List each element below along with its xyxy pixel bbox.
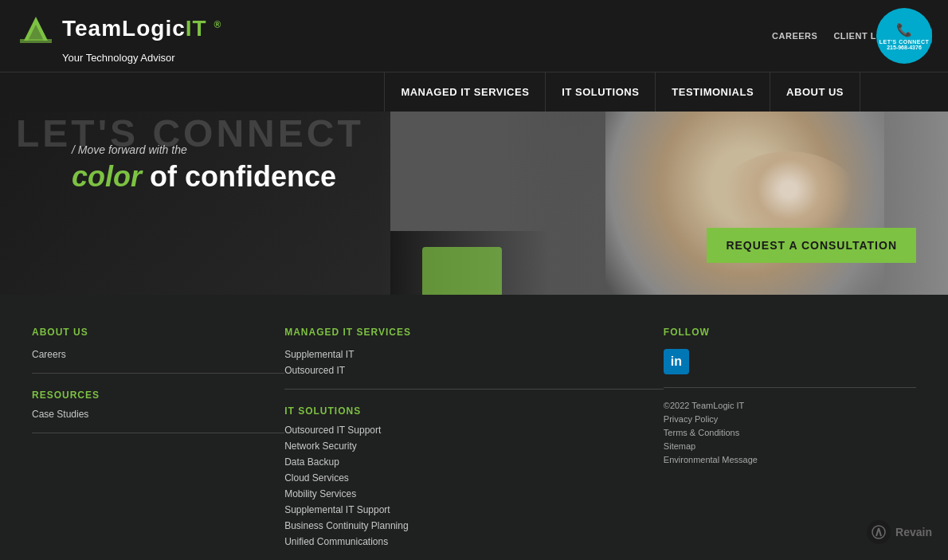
footer-col-services: MANAGED IT SERVICES Supplemental IT Outs… [284, 327, 664, 560]
footer-network-security-link[interactable]: Network Security [284, 441, 664, 452]
footer-unified-communications-link[interactable]: Unified Communications [284, 536, 664, 547]
revain-text: Revain [895, 526, 932, 538]
footer-col-about: ABOUT US Careers RESOURCES Case Studies [32, 327, 284, 560]
footer-divider-3 [284, 389, 664, 390]
nav-item-it-solutions[interactable]: IT SOLUTIONS [546, 72, 656, 112]
connect-phone-number: 215-968-4376 [887, 45, 922, 50]
footer-follow-heading: FOLLOW [664, 327, 916, 338]
nav-item-testimonials[interactable]: TESTIMONIALS [656, 72, 770, 112]
revain-icon [867, 520, 891, 544]
footer-cloud-services-link[interactable]: Cloud Services [284, 472, 664, 484]
footer-copyright: ©2022 TeamLogic IT [664, 401, 916, 410]
logo-area: TeamLogicIT ® Your Technology Advisor [16, 9, 221, 64]
main-nav: MANAGED IT SERVICES IT SOLUTIONS TESTIMO… [0, 72, 948, 112]
hero-section: LET'S CONNECT / Move forward with the co… [0, 112, 948, 295]
nav-item-managed-it[interactable]: MANAGED IT SERVICES [384, 72, 546, 112]
footer-environmental-link[interactable]: Environmental Message [664, 455, 916, 464]
svg-rect-2 [20, 39, 52, 43]
footer-outsourced-it-support-link[interactable]: Outsourced IT Support [284, 425, 664, 436]
footer-divider-2 [32, 433, 284, 433]
footer-supplemental-it-link[interactable]: Supplemental IT [284, 349, 664, 360]
logo-it: IT [186, 16, 207, 41]
hero-image-area [390, 112, 948, 295]
footer-careers-link[interactable]: Careers [32, 349, 284, 360]
hero-content: LET'S CONNECT / Move forward with the co… [72, 143, 336, 193]
footer-outsourced-it-link[interactable]: Outsourced IT [284, 365, 664, 376]
footer-managed-it-heading: MANAGED IT SERVICES [284, 327, 664, 338]
nav-items: MANAGED IT SERVICES IT SOLUTIONS TESTIMO… [384, 72, 860, 112]
footer-divider-right [664, 387, 916, 388]
footer-mobility-services-link[interactable]: Mobility Services [284, 488, 664, 499]
footer: ABOUT US Careers RESOURCES Case Studies … [0, 295, 948, 560]
phone-icon: 📞 [896, 22, 912, 37]
footer-supplemental-it-support-link[interactable]: Supplemental IT Support [284, 504, 664, 515]
request-consultation-button[interactable]: REQUEST A CONSULTATION [707, 228, 916, 263]
revain-watermark: Revain [867, 520, 932, 544]
footer-business-continuity-link[interactable]: Business Continuity Planning [284, 520, 664, 531]
green-accent-shape [422, 247, 502, 295]
nav-item-about-us[interactable]: ABOUT US [770, 72, 860, 112]
logo-tagline: Your Technology Advisor [62, 52, 221, 64]
connect-button[interactable]: 📞 LET'S CONNECT 215-968-4376 [876, 8, 932, 64]
logo-text: TeamLogicIT ® [62, 16, 221, 41]
footer-resources-heading: RESOURCES [32, 390, 284, 401]
top-bar: TeamLogicIT ® Your Technology Advisor CA… [0, 0, 948, 72]
hero-tag-text: / Move forward with the [72, 143, 336, 156]
footer-case-studies-link[interactable]: Case Studies [32, 409, 284, 420]
svg-point-3 [872, 526, 885, 538]
footer-terms-link[interactable]: Terms & Conditions [664, 428, 916, 437]
hero-highlight: color [72, 160, 142, 193]
hero-title: color of confidence [72, 161, 336, 193]
footer-data-backup-link[interactable]: Data Backup [284, 456, 664, 468]
svg-line-5 [879, 528, 881, 536]
footer-it-solutions-heading: IT SOLUTIONS [284, 405, 664, 417]
logo-box[interactable]: TeamLogicIT ® [16, 9, 221, 49]
connect-btn-text: LET'S CONNECT [879, 39, 930, 45]
footer-sitemap-link[interactable]: Sitemap [664, 441, 916, 451]
careers-link[interactable]: CAREERS [772, 31, 817, 41]
hero-subtitle: of confidence [150, 160, 336, 193]
footer-privacy-policy-link[interactable]: Privacy Policy [664, 414, 916, 424]
footer-divider-1 [32, 373, 284, 374]
footer-about-heading: ABOUT US [32, 327, 284, 338]
logo-icon [16, 9, 56, 49]
linkedin-footer-icon[interactable]: in [664, 349, 689, 374]
